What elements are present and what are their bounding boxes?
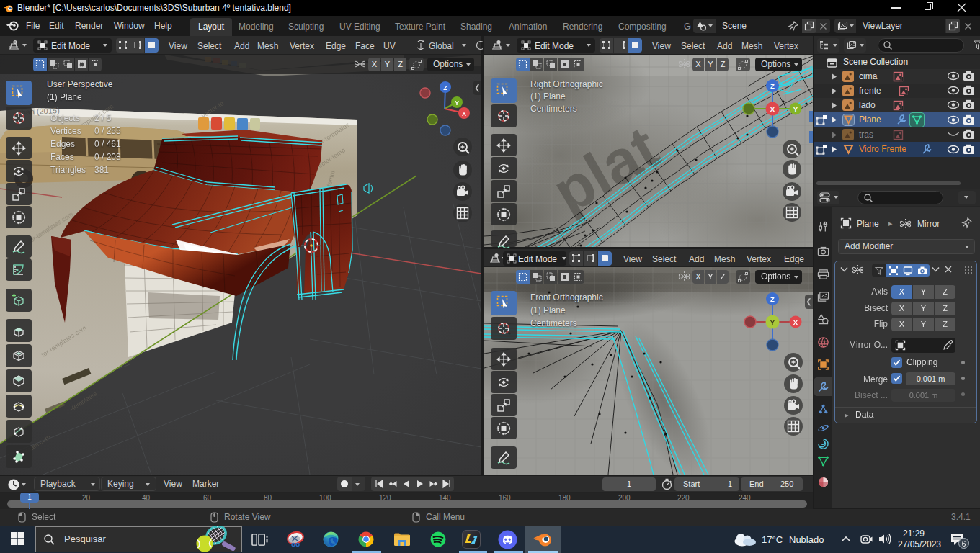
svg-text:Z: Z xyxy=(443,84,447,91)
svg-text:X: X xyxy=(770,105,775,113)
svg-text:X: X xyxy=(462,110,466,117)
svg-text:Y: Y xyxy=(770,318,775,326)
svg-text:Z: Z xyxy=(770,295,775,303)
svg-text:Z: Z xyxy=(770,82,775,90)
svg-text:Y: Y xyxy=(793,105,798,113)
svg-text:X: X xyxy=(793,318,798,326)
svg-text:Y: Y xyxy=(455,99,459,107)
